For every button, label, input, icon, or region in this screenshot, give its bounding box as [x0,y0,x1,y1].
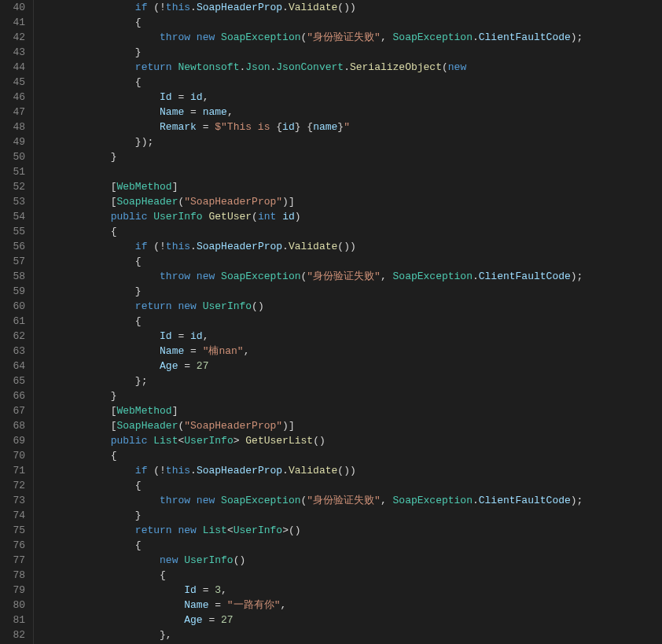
code-line[interactable]: { [37,538,662,553]
token-pn: = [172,330,190,342]
line-number: 63 [6,344,25,359]
line-number: 69 [6,433,25,448]
line-number: 58 [6,269,25,284]
line-number: 80 [6,598,25,613]
line-number: 41 [6,15,25,30]
token-str: "身份验证失败" [307,31,381,43]
code-line[interactable]: throw new SoapException("身份验证失败", SoapEx… [37,269,662,284]
code-line[interactable]: [SoapHeader("SoapHeaderProp")] [37,194,662,209]
code-line[interactable]: new UserInfo() [37,553,662,568]
token-kw: return [135,61,172,73]
line-number: 51 [6,164,25,179]
token-pn: . [190,2,197,13]
token-pn: (! [147,241,165,252]
token-pn: )] [282,420,295,432]
code-line[interactable]: }, [37,627,662,642]
code-line[interactable]: Age = 27 [37,613,662,627]
token-pn: } [135,46,142,58]
code-area[interactable]: if (!this.SoapHeaderProp.Validate()) { t… [34,0,662,644]
token-pn: . [344,61,350,73]
token-pn: = [208,599,226,611]
code-line[interactable]: { [37,478,662,493]
token-id: Name [160,345,184,357]
token-pn: ( [252,211,258,223]
token-type: SoapException [221,495,300,506]
code-line[interactable]: } [37,508,662,523]
token-pn: { [135,480,142,491]
code-line[interactable]: return new UserInfo() [37,299,662,314]
token-type: JsonConvert [276,61,344,73]
code-line[interactable]: [SoapHeader("SoapHeaderProp")] [37,418,662,433]
token-kw: this [166,241,190,252]
line-number: 77 [6,553,25,568]
token-type: SoapException [393,31,473,43]
token-pn: , [203,91,209,103]
token-pn: , [221,584,227,596]
token-pn: ()) [337,465,355,477]
token-pn: ) [295,211,301,223]
code-line[interactable]: { [37,15,662,30]
token-id: Id [160,91,172,103]
code-line[interactable]: Id = id, [37,329,662,344]
code-line[interactable]: } [37,149,662,164]
code-line[interactable]: { [37,254,662,269]
token-pn: ); [571,270,583,282]
code-line[interactable]: }); [37,134,662,149]
code-line[interactable]: } [37,284,662,299]
line-number-gutter: 4041424344454647484950515253545556575859… [0,0,34,644]
code-line[interactable]: { [37,314,662,329]
token-str: "SoapHeaderProp" [184,420,282,432]
token-fn: Validate [289,465,337,477]
code-line[interactable]: Remark = $"This is {id} {name}" [37,120,662,134]
code-line[interactable]: Name = "一路有你", [37,598,662,613]
token-id: Age [184,614,202,626]
token-pn: ); [571,495,583,506]
token-kw: int [258,211,276,223]
token-type: UserInfo [184,554,233,566]
code-line[interactable]: { [37,448,662,463]
line-number: 68 [6,418,25,433]
code-line[interactable]: }; [37,374,662,388]
token-pn: }; [135,375,148,387]
token-type: SoapException [393,270,473,282]
code-line[interactable]: if (!this.SoapHeaderProp.Validate()) [37,0,662,15]
token-str: "身份验证失败" [307,270,381,282]
token-pn: = [197,121,215,133]
code-line[interactable]: { [37,568,662,583]
line-number: 52 [6,179,25,194]
code-line[interactable]: Id = 3, [37,583,662,598]
token-pn: () [252,300,264,312]
token-id: ClientFaultCode [479,495,571,506]
code-line[interactable]: { [37,224,662,239]
code-line[interactable]: throw new SoapException("身份验证失败", SoapEx… [37,30,662,45]
code-line[interactable]: } [37,388,662,403]
code-line[interactable]: { [37,75,662,90]
token-pn: . [282,465,289,477]
token-pn [190,495,197,506]
token-pn [215,31,221,43]
code-line[interactable]: Id = id, [37,90,662,105]
token-id: Name [160,106,184,118]
token-type: UserInfo [153,211,202,223]
code-line[interactable]: [WebMethod] [37,403,662,418]
token-kw: public [111,211,148,223]
code-line[interactable]: Name = "楠nan", [37,344,662,359]
code-editor[interactable]: 4041424344454647484950515253545556575859… [0,0,662,644]
code-line[interactable]: Age = 27 [37,359,662,374]
code-line[interactable]: } [37,45,662,60]
code-line[interactable]: throw new SoapException("身份验证失败", SoapEx… [37,493,662,508]
code-line[interactable]: Name = name, [37,105,662,120]
token-kw: new [197,31,215,43]
code-line[interactable]: public UserInfo GetUser(int id) [37,209,662,224]
code-line[interactable]: return Newtonsoft.Json.JsonConvert.Seria… [37,60,662,75]
code-line[interactable]: return new List<UserInfo>() [37,523,662,538]
token-type: SoapException [221,270,300,282]
token-id: name [313,121,337,133]
token-kw: this [166,465,190,477]
code-line[interactable] [37,164,662,179]
token-pn: , [280,599,286,611]
code-line[interactable]: public List<UserInfo> GetUserList() [37,433,662,448]
code-line[interactable]: [WebMethod] [37,179,662,194]
code-line[interactable]: if (!this.SoapHeaderProp.Validate()) [37,463,662,478]
code-line[interactable]: if (!this.SoapHeaderProp.Validate()) [37,239,662,254]
